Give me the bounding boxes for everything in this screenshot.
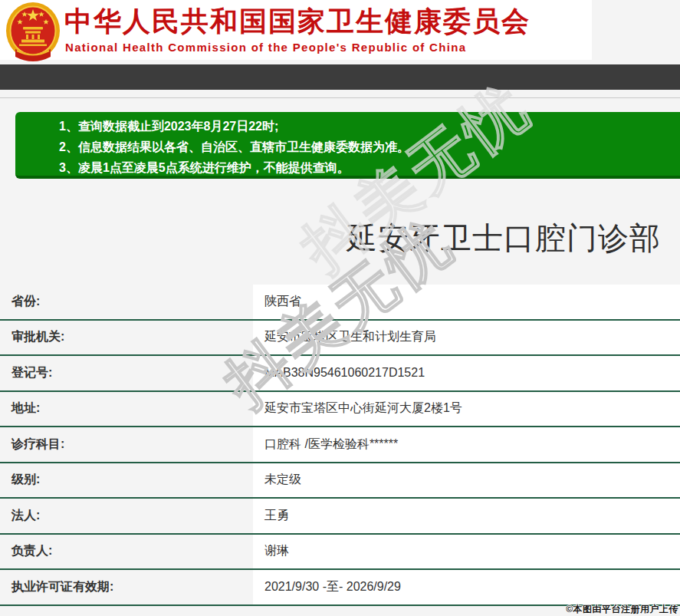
field-label: 法人: bbox=[11, 499, 40, 533]
field-label: 负责人: bbox=[11, 535, 52, 569]
field-label: 登记号: bbox=[11, 356, 52, 390]
nav-bar[interactable] bbox=[0, 64, 680, 90]
divider-line bbox=[0, 97, 680, 98]
table-row: 执业许可证有效期:2021/9/30 -至- 2026/9/29 bbox=[0, 570, 680, 606]
notice-line-2: 2、信息数据结果以各省、自治区、直辖市卫生健康委数据为准。 bbox=[59, 137, 680, 157]
upload-attribution-badge: ©本图由平台注册用户上传 bbox=[566, 604, 678, 615]
field-value: 延安市宝塔区卫生和计划生育局 bbox=[253, 321, 680, 355]
table-row: 审批机关:延安市宝塔区卫生和计划生育局 bbox=[0, 321, 680, 357]
field-label: 地址: bbox=[11, 392, 40, 427]
field-value: 谢琳 bbox=[253, 535, 680, 569]
table-row: 诊疗科目:口腔科 /医学检验科****** bbox=[0, 427, 680, 463]
field-value: 口腔科 /医学检验科****** bbox=[253, 427, 680, 462]
notice-line-1: 1、查询数据截止到2023年8月27日22时; bbox=[59, 116, 680, 137]
field-value: MAB38N95461060217D1521 bbox=[253, 356, 680, 390]
site-title-english[interactable]: National Health Commission of the People… bbox=[65, 41, 466, 54]
table-row: 地址:延安市宝塔区中心街延河大厦2楼1号 bbox=[0, 392, 680, 428]
table-row: 法人:王勇 bbox=[0, 499, 680, 535]
table-row: 级别:未定级 bbox=[0, 463, 680, 499]
site-title-chinese[interactable]: 中华人民共和国国家卫生健康委员会 bbox=[64, 4, 531, 39]
organization-name-title: 延安牙卫士口腔门诊部 bbox=[347, 217, 661, 259]
field-label: 诊疗科目: bbox=[11, 427, 64, 462]
field-value: 延安市宝塔区中心街延河大厦2楼1号 bbox=[253, 392, 680, 427]
field-label: 省份: bbox=[11, 285, 40, 319]
field-value: 陕西省 bbox=[253, 285, 680, 319]
table-row: 省份:陕西省 bbox=[0, 285, 680, 321]
notice-line-3: 3、凌晨1点至凌晨5点系统进行维护，不能提供查询。 bbox=[59, 157, 680, 178]
field-value: 2021/9/30 -至- 2026/9/29 bbox=[253, 570, 680, 604]
table-row: 负责人:谢琳 bbox=[0, 535, 680, 571]
field-value: 王勇 bbox=[253, 499, 680, 533]
site-header: 中华人民共和国国家卫生健康委员会 National Health Commiss… bbox=[0, 0, 592, 60]
field-label: 审批机关: bbox=[11, 321, 64, 355]
info-table: 省份:陕西省审批机关:延安市宝塔区卫生和计划生育局登记号:MAB38N95461… bbox=[0, 285, 680, 606]
table-row: 登记号:MAB38N95461060217D1521 bbox=[0, 356, 680, 392]
national-emblem-icon[interactable] bbox=[5, 2, 61, 62]
field-label: 执业许可证有效期: bbox=[11, 570, 113, 604]
field-value: 未定级 bbox=[253, 463, 680, 498]
field-label: 级别: bbox=[11, 463, 40, 498]
notice-box: 1、查询数据截止到2023年8月27日22时; 2、信息数据结果以各省、自治区、… bbox=[15, 112, 680, 179]
